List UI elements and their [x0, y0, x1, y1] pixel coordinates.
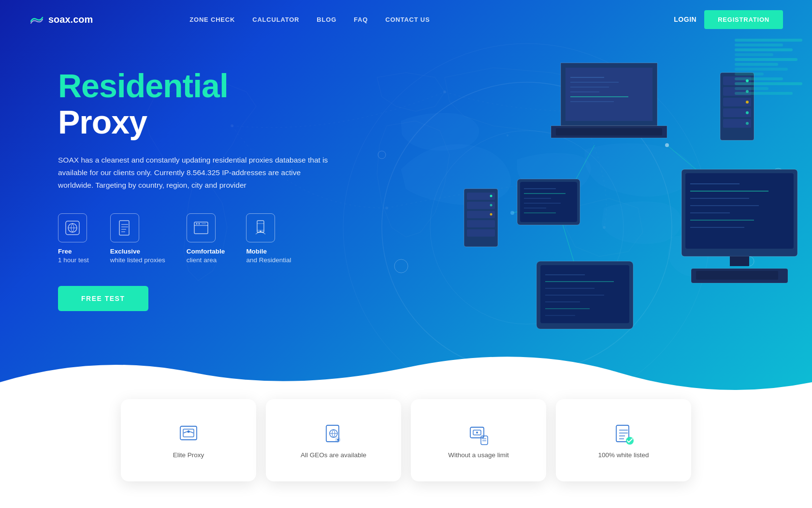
elite-proxy-label: Elite Proxy — [173, 451, 204, 459]
header-actions: LOGIN REGISTRATION — [674, 10, 783, 29]
bottom-section: Elite Proxy All GEOs are available — [0, 402, 812, 508]
nav-contact-us[interactable]: CONTACT US — [385, 16, 430, 23]
nav-calculator[interactable]: CALCULATOR — [252, 16, 299, 23]
svg-point-42 — [378, 151, 386, 159]
free-test-button[interactable]: FREE TEST — [58, 286, 148, 311]
svg-rect-114 — [481, 436, 488, 445]
svg-point-63 — [746, 122, 749, 125]
svg-point-23 — [260, 230, 261, 232]
feature-comfortable-label: Comfortable client area — [187, 247, 225, 265]
code-decoration — [735, 39, 812, 97]
white-listed-label: 100% white listed — [598, 451, 649, 459]
bottom-card-white-listed: 100% white listed — [556, 399, 691, 481]
svg-point-62 — [746, 111, 749, 114]
nav-faq[interactable]: FAQ — [354, 16, 368, 23]
elite-proxy-icon — [176, 422, 201, 447]
svg-point-113 — [476, 432, 478, 433]
svg-point-71 — [490, 204, 493, 207]
header: soax.com ZONE CHECK CALCULATOR BLOG FAQ … — [0, 0, 812, 39]
nav-zone-check[interactable]: ZONE CHECK — [189, 16, 235, 23]
feature-comfortable: Comfortable client area — [187, 213, 225, 265]
hero-title-line2: Proxy — [58, 104, 329, 140]
main-nav: ZONE CHECK CALCULATOR BLOG FAQ CONTACT U… — [189, 16, 674, 23]
white-listed-icon — [611, 422, 636, 447]
feature-free-label: Free 1 hour test — [58, 247, 89, 265]
all-geos-label: All GEOs are available — [301, 451, 366, 459]
svg-rect-69 — [467, 229, 495, 237]
no-usage-limit-icon — [466, 422, 491, 447]
page-wrapper: soax.com ZONE CHECK CALCULATOR BLOG FAQ … — [0, 0, 812, 508]
no-usage-limit-label: Without a usage limit — [448, 451, 508, 459]
exclusive-icon-box — [110, 213, 139, 242]
registration-button[interactable]: REGISTRATION — [704, 10, 783, 29]
svg-rect-92 — [696, 271, 778, 280]
mobile-icon-box — [246, 213, 275, 242]
svg-rect-52 — [556, 128, 662, 135]
svg-rect-82 — [685, 173, 794, 249]
svg-point-70 — [490, 195, 493, 197]
feature-free-test: Free 1 hour test — [58, 213, 89, 265]
svg-rect-10 — [119, 221, 129, 235]
svg-point-36 — [510, 211, 514, 215]
hero-title-line1: Residential — [58, 68, 329, 104]
svg-point-40 — [394, 259, 408, 273]
logo-text: soax.com — [48, 14, 93, 25]
features-row: Free 1 hour test — [58, 213, 329, 265]
feature-exclusive: Exclusive white listed proxies — [110, 213, 165, 265]
browser-icon — [193, 220, 209, 236]
svg-point-104 — [188, 430, 190, 433]
hero-content: Residential Proxy SOAX has a cleanest an… — [58, 68, 329, 311]
svg-rect-74 — [520, 182, 577, 222]
svg-point-18 — [198, 223, 200, 224]
feature-exclusive-label: Exclusive white listed proxies — [110, 247, 165, 265]
bottom-card-all-geos: All GEOs are available — [266, 399, 401, 481]
svg-point-72 — [490, 213, 493, 216]
hero-description: SOAX has a cleanest and constantly updat… — [58, 154, 329, 192]
logo[interactable]: soax.com — [29, 12, 93, 27]
svg-rect-68 — [467, 220, 495, 227]
feature-mobile-label: Mobile and Residential — [246, 247, 291, 265]
svg-point-35 — [665, 143, 669, 147]
svg-point-61 — [746, 101, 749, 104]
comfortable-icon-box — [187, 213, 216, 242]
bottom-card-no-usage-limit: Without a usage limit — [411, 399, 546, 481]
svg-rect-102 — [180, 426, 197, 440]
feature-mobile: Mobile and Residential — [246, 213, 291, 265]
hero-section: soax.com ZONE CHECK CALCULATOR BLOG FAQ … — [0, 0, 812, 411]
bottom-card-elite-proxy: Elite Proxy — [121, 399, 256, 481]
svg-rect-90 — [730, 256, 749, 266]
document-icon — [116, 220, 133, 236]
svg-marker-44 — [566, 68, 652, 121]
nav-blog[interactable]: BLOG — [317, 16, 336, 23]
bottom-cards-row: Elite Proxy All GEOs are available — [0, 414, 812, 496]
mobile-icon — [252, 220, 269, 236]
all-geos-icon — [321, 422, 346, 447]
svg-rect-94 — [540, 265, 629, 323]
login-button[interactable]: LOGIN — [674, 15, 696, 23]
free-test-icon-box — [58, 213, 87, 242]
svg-rect-103 — [183, 429, 194, 437]
globe-icon — [64, 220, 81, 236]
logo-icon — [29, 12, 44, 27]
svg-point-17 — [196, 223, 197, 224]
